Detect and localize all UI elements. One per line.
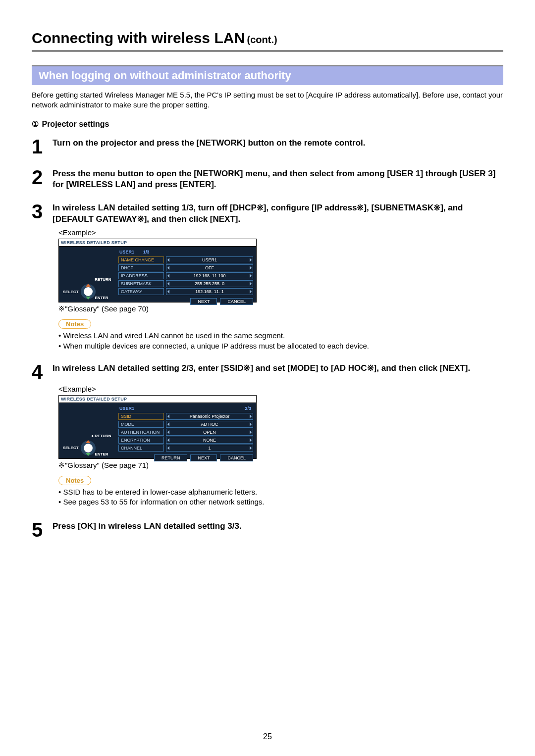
title-main: Connecting with wireless LAN bbox=[32, 30, 245, 46]
triangle-up-icon bbox=[86, 284, 91, 287]
section-heading: When logging on without administrator au… bbox=[32, 65, 503, 85]
osd1-header-row: USER1 1/3 bbox=[118, 250, 253, 255]
osd1-ip-value[interactable]: 192.168. 11.100 bbox=[166, 272, 253, 279]
notes-badge-4: Notes bbox=[58, 476, 91, 485]
note-3-1: Wireless LAN and wired LAN cannot be use… bbox=[58, 331, 503, 341]
osd1-title: WIRELESS DETAILED SETUP bbox=[59, 239, 256, 247]
osd1-select-label: SELECT bbox=[63, 290, 79, 294]
osd2-auth-label[interactable]: AUTHENTICATION bbox=[118, 429, 164, 436]
osd2-channel-label[interactable]: CHANNEL bbox=[118, 445, 164, 452]
osd2-enc-value[interactable]: NONE bbox=[166, 437, 253, 444]
osd2-channel-value[interactable]: 1 bbox=[166, 445, 253, 452]
osd1-dhcp-value[interactable]: OFF bbox=[166, 264, 253, 271]
osd2-nav-area: SELECT ● RETURN ENTER bbox=[59, 403, 116, 458]
osd1-page: 1/3 bbox=[143, 250, 150, 254]
osd1-cancel-button[interactable]: CANCEL bbox=[220, 298, 253, 305]
triangle-up-icon bbox=[86, 440, 91, 443]
step-2: 2 Press the menu button to open the [NET… bbox=[32, 165, 503, 191]
osd2-user: USER1 bbox=[119, 406, 134, 411]
osd1-ip-label[interactable]: IP ADDRESS bbox=[118, 272, 164, 279]
subheading-text: Projector settings bbox=[42, 120, 109, 128]
osd2-select-label: SELECT bbox=[63, 446, 79, 450]
osd1-nav-area: SELECT RETURN ENTER bbox=[59, 247, 116, 302]
step-5-number: 5 bbox=[32, 518, 53, 540]
osd-screenshot-2: WIRELESS DETAILED SETUP SELECT ● RETURN … bbox=[58, 395, 257, 459]
osd1-dhcp-label[interactable]: DHCP bbox=[118, 264, 164, 271]
page-number: 25 bbox=[0, 732, 535, 741]
step-4: 4 In wireless LAN detailed setting 2/3, … bbox=[32, 360, 503, 382]
page-title: Connecting with wireless LAN (cont.) bbox=[32, 30, 503, 47]
notes-badge-3: Notes bbox=[58, 319, 91, 329]
step-3: 3 In wireless LAN detailed setting 1/3, … bbox=[32, 200, 503, 225]
triangle-down-icon bbox=[86, 453, 91, 456]
osd1-namechange-value[interactable]: USER1 bbox=[166, 256, 253, 263]
step-1: 1 Turn on the projector and press the [N… bbox=[32, 135, 503, 156]
step-2-text: Press the menu button to open the [NETWO… bbox=[53, 168, 503, 191]
osd2-page: 2/3 bbox=[245, 406, 251, 411]
dpad-icon bbox=[81, 441, 96, 455]
osd2-header-row: USER1 2/3 bbox=[118, 406, 253, 412]
osd2-mode-value[interactable]: AD HOC bbox=[166, 421, 253, 428]
osd2-return-button[interactable]: RETURN bbox=[154, 454, 188, 461]
circled-one-icon: ① bbox=[32, 119, 39, 129]
dpad-icon bbox=[81, 284, 96, 299]
osd1-subnet-value[interactable]: 255.255.255. 0 bbox=[166, 280, 253, 287]
osd1-subnet-label[interactable]: SUBNETMASK bbox=[118, 280, 164, 287]
notes-list-3: Wireless LAN and wired LAN cannot be use… bbox=[58, 331, 503, 351]
step-1-number: 1 bbox=[32, 135, 53, 156]
notes-list-4: SSID has to be entered in lower-case alp… bbox=[58, 487, 503, 507]
osd2-auth-value[interactable]: OPEN bbox=[166, 429, 253, 436]
osd2-mode-label[interactable]: MODE bbox=[118, 421, 164, 428]
osd2-ssid-value[interactable]: Panasonic Projector bbox=[166, 413, 253, 420]
osd1-enter-label: ENTER bbox=[95, 296, 108, 300]
step-1-text: Turn on the projector and press the [NET… bbox=[53, 138, 503, 149]
osd2-next-button[interactable]: NEXT bbox=[190, 454, 217, 461]
osd1-next-button[interactable]: NEXT bbox=[190, 298, 217, 305]
osd1-return-label: RETURN bbox=[95, 277, 111, 282]
projector-settings-heading: ① Projector settings bbox=[32, 119, 503, 129]
osd2-ssid-label[interactable]: SSID bbox=[118, 413, 164, 420]
osd1-user: USER1 bbox=[119, 250, 134, 254]
triangle-down-icon bbox=[86, 297, 91, 300]
osd2-cancel-button[interactable]: CANCEL bbox=[220, 454, 253, 461]
title-cont: (cont.) bbox=[247, 34, 277, 45]
note-4-1: SSID has to be entered in lower-case alp… bbox=[58, 487, 503, 497]
osd-screenshot-1: WIRELESS DETAILED SETUP SELECT RETURN EN… bbox=[58, 239, 257, 302]
osd2-return-label: ● RETURN bbox=[91, 434, 111, 438]
step-3-glossary: ※"Glossary" (See page 70) bbox=[58, 304, 503, 313]
step-4-example-label: <Example> bbox=[58, 385, 503, 393]
osd1-gateway-label[interactable]: GATEWAY bbox=[118, 288, 164, 295]
osd2-enter-label: ENTER bbox=[95, 452, 108, 456]
step-5-text: Press [OK] in wireless LAN detailed sett… bbox=[53, 521, 503, 532]
osd2-title: WIRELESS DETAILED SETUP bbox=[59, 396, 256, 403]
note-3-2: When multiple devices are connected, a u… bbox=[58, 341, 503, 351]
step-4-glossary: ※"Glossary" (See page 71) bbox=[58, 461, 503, 470]
osd2-enc-label[interactable]: ENCRYPTION bbox=[118, 437, 164, 444]
osd1-namechange-label[interactable]: NAME CHANGE bbox=[118, 256, 164, 263]
step-5: 5 Press [OK] in wireless LAN detailed se… bbox=[32, 518, 503, 540]
intro-text: Before getting started Wireless Manager … bbox=[32, 90, 503, 110]
step-2-number: 2 bbox=[32, 165, 53, 191]
step-4-text: In wireless LAN detailed setting 2/3, en… bbox=[53, 363, 503, 374]
osd1-gateway-value[interactable]: 192.168. 11. 1 bbox=[166, 288, 253, 295]
step-3-text: In wireless LAN detailed setting 1/3, tu… bbox=[53, 202, 503, 225]
title-rule bbox=[32, 50, 503, 51]
step-3-number: 3 bbox=[32, 200, 53, 225]
step-4-number: 4 bbox=[32, 360, 53, 382]
note-4-2: See pages 53 to 55 for information on ot… bbox=[58, 497, 503, 507]
step-3-example-label: <Example> bbox=[58, 228, 503, 237]
